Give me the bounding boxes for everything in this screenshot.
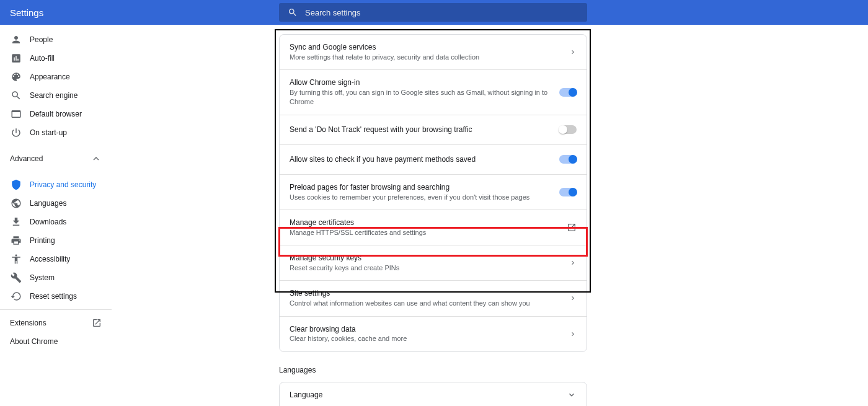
row-title: Allow Chrome sign-in [290,77,554,88]
row-subtitle: Reset security keys and create PINs [290,263,399,273]
row-title: Preload pages for faster browsing and se… [290,182,529,193]
sidebar-item-label: Accessibility [30,255,70,263]
toggle-preload[interactable] [559,188,577,196]
row-security-keys[interactable]: Manage security keys Reset security keys… [280,245,587,281]
row-do-not-track[interactable]: Send a 'Do Not Track' request with your … [280,115,587,145]
row-title: Language [290,390,322,400]
row-title: Manage certificates [290,218,426,228]
chevron-right-icon [569,48,577,56]
power-icon [10,126,22,139]
sidebar-item-extensions[interactable]: Extensions [0,314,112,332]
shield-icon [10,179,22,191]
row-subtitle: By turning this off, you can sign in to … [290,88,554,107]
sidebar-item-label: Appearance [30,73,70,81]
toggle-chrome-signin[interactable] [559,88,577,97]
sidebar-item-label: Downloads [30,218,66,226]
sidebar-item-downloads[interactable]: Downloads [0,213,112,231]
sidebar-item-system[interactable]: System [0,268,112,287]
sidebar-item-label: System [30,273,55,282]
languages-card: Language Spell check Basic spell check E… [279,382,587,406]
sidebar-item-label: On start-up [30,128,67,137]
sidebar-item-languages[interactable]: Languages [0,194,112,213]
row-title: Allow sites to check if you have payment… [290,154,476,165]
row-title: Manage security keys [290,253,399,263]
sidebar-item-about[interactable]: About Chrome [0,332,112,351]
page-title: Settings [10,7,43,18]
row-subtitle: More settings that relate to privacy, se… [290,53,479,62]
toggle-payment-methods[interactable] [559,155,577,164]
row-title: Site settings [290,288,530,299]
row-subtitle: Uses cookies to remember your preference… [290,193,529,202]
row-title: Clear browsing data [290,324,407,335]
sidebar-item-accessibility[interactable]: Accessibility [0,250,112,268]
sidebar-item-autofill[interactable]: Auto-fill [0,49,112,68]
search-input[interactable] [305,8,578,17]
search-icon [288,7,298,17]
row-clear-browsing-data[interactable]: Clear browsing data Clear history, cooki… [280,317,587,351]
row-preload-pages[interactable]: Preload pages for faster browsing and se… [280,175,587,210]
languages-section-title: Languages [279,366,868,374]
sidebar-item-people[interactable]: People [0,30,112,49]
sidebar-item-label: About Chrome [10,337,58,346]
wrench-icon [10,271,22,284]
browser-icon [10,108,22,120]
sidebar-item-label: Extensions [10,319,46,327]
search-icon [10,89,22,102]
restore-icon [10,290,22,302]
row-manage-certificates[interactable]: Manage certificates Manage HTTPS/SSL cer… [280,210,587,245]
sidebar-item-on-startup[interactable]: On start-up [0,123,112,142]
launch-icon [92,318,102,328]
sidebar-item-label: People [30,35,53,44]
autofill-icon [10,52,22,64]
chevron-up-icon [91,153,102,164]
launch-icon [567,223,577,232]
row-payment-methods[interactable]: Allow sites to check if you have payment… [280,145,587,175]
row-language[interactable]: Language [280,382,587,406]
sidebar-item-label: Reset settings [30,292,77,301]
sidebar-item-label: Printing [30,236,55,245]
sidebar-item-default-browser[interactable]: Default browser [0,105,112,123]
search-container[interactable] [279,3,587,22]
palette-icon [10,71,22,83]
toggle-do-not-track[interactable] [559,125,577,134]
chevron-right-icon [569,259,577,267]
sidebar-item-reset[interactable]: Reset settings [0,287,112,306]
row-subtitle: Clear history, cookies, cache and more [290,334,407,343]
sidebar-item-appearance[interactable]: Appearance [0,68,112,86]
download-icon [10,216,22,228]
sidebar-item-advanced[interactable]: Advanced [0,149,112,168]
content-area: Sync and Google services More settings t… [112,25,868,406]
row-title: Send a 'Do Not Track' request with your … [290,125,472,135]
person-icon [10,33,22,46]
chevron-right-icon [569,294,577,302]
row-title: Sync and Google services [290,42,479,53]
divider [0,309,112,310]
sidebar-item-printing[interactable]: Printing [0,231,112,250]
sidebar: People Auto-fill Appearance Search engin… [0,25,112,406]
sidebar-item-privacy[interactable]: Privacy and security [0,175,112,194]
sidebar-item-search-engine[interactable]: Search engine [0,86,112,105]
row-site-settings[interactable]: Site settings Control what information w… [280,281,587,316]
row-subtitle: Control what information websites can us… [290,299,530,308]
privacy-card: Sync and Google services More settings t… [279,34,587,352]
print-icon [10,234,22,247]
chevron-down-icon [567,390,577,400]
row-sync[interactable]: Sync and Google services More settings t… [280,35,587,70]
globe-icon [10,197,22,210]
accessibility-icon [10,253,22,265]
sidebar-item-label: Search engine [30,91,78,100]
sidebar-item-label: Advanced [10,154,43,163]
row-subtitle: Manage HTTPS/SSL certificates and settin… [290,228,426,237]
sidebar-item-label: Languages [30,199,66,208]
row-chrome-signin[interactable]: Allow Chrome sign-in By turning this off… [280,70,587,115]
chevron-right-icon [569,330,577,338]
sidebar-item-label: Auto-fill [30,54,55,63]
sidebar-item-label: Default browser [30,110,82,118]
sidebar-item-label: Privacy and security [30,180,96,189]
